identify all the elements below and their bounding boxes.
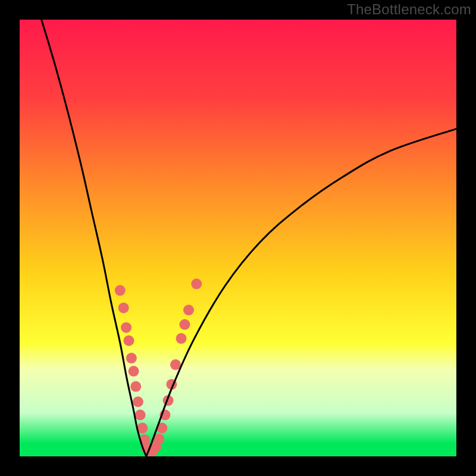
watermark-text: TheBottleneck.com bbox=[347, 1, 471, 18]
data-dot bbox=[121, 322, 131, 333]
data-dot bbox=[118, 302, 129, 313]
data-dot bbox=[135, 409, 146, 420]
data-dot bbox=[133, 396, 143, 407]
plot-area bbox=[20, 20, 456, 456]
data-dot bbox=[183, 305, 194, 315]
data-dot bbox=[130, 381, 141, 392]
data-dot bbox=[115, 285, 126, 296]
chart-frame: TheBottleneck.com bbox=[0, 0, 476, 476]
data-dot bbox=[129, 366, 139, 377]
data-dot bbox=[191, 278, 202, 289]
data-dot bbox=[126, 353, 137, 364]
data-dot bbox=[124, 335, 134, 346]
chart-svg bbox=[20, 20, 456, 456]
background-gradient bbox=[20, 20, 456, 456]
data-dot bbox=[176, 333, 187, 344]
data-dot bbox=[179, 319, 190, 330]
